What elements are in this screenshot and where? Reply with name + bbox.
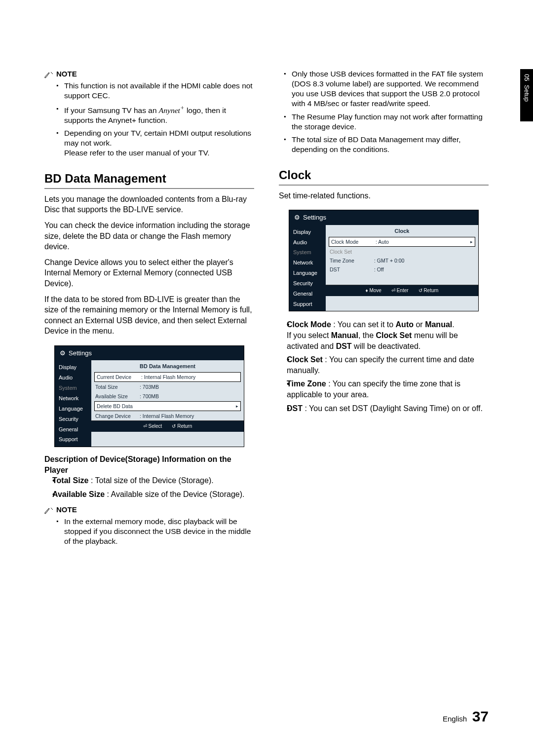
footer-language: English [443,715,467,723]
clock-intro: Set time-related functions. [279,190,489,201]
chevron-right-icon: ▸ [470,239,473,245]
note-item: Only those USB devices formatted in the … [292,69,489,109]
page-footer: English 37 [443,707,489,727]
clock-bullet: Time Zone : You can specify the time zon… [287,378,489,400]
right-column: Only those USB devices formatted in the … [279,69,489,549]
gear-icon: ⚙ [294,213,300,222]
bd-p2: You can check the device information inc… [44,220,254,252]
note-item: Depending on your TV, certain HDMI outpu… [64,128,254,158]
note-label: NOTE [56,505,77,515]
left-column: NOTE This function is not available if t… [44,69,254,549]
right-top-list: Only those USB devices formatted in the … [279,69,489,154]
anynet-logo: Anynet+ [159,106,185,114]
bd-heading: BD Data Management [44,171,254,187]
chapter-name: Setup [522,85,531,102]
note-label: NOTE [56,69,77,79]
desc-list: Total Size : Total size of the Device (S… [44,475,254,499]
sb-sidebar: Display Audio System Network Language Se… [289,225,326,311]
chevron-right-icon: ▸ [236,403,238,409]
sb-sidebar: Display Audio System Network Language Se… [55,360,91,447]
note-icon [44,506,53,513]
clock-bullet: Clock Mode : You can set it to Auto or M… [287,319,489,351]
desc-item: Total Size : Total size of the Device (S… [52,475,254,486]
clock-bullets: Clock Mode : You can set it to Auto or M… [279,319,489,414]
clock-settings-screenshot: ⚙ Settings Display Audio System Network … [289,210,479,311]
note-item: This function is not available if the HD… [64,81,254,101]
note-item: The total size of BD Data Management may… [292,135,489,154]
note-list-2: In the external memory mode, disc playba… [44,517,254,546]
bd-p3: Change Device allows you to select eithe… [44,257,254,289]
note-item: In the external memory mode, disc playba… [64,517,254,546]
bd-p4: If the data to be stored from BD-LIVE is… [44,294,254,337]
sb-title: Settings [303,213,326,222]
note-item: The Resume Play function may not work af… [292,112,489,132]
bd-p1: Lets you manage the downloaded contents … [44,194,254,215]
desc-heading: Description of Device(Storage) Informati… [44,455,231,474]
clock-bullet: DST : You can set DST (Daylight Saving T… [287,403,489,414]
note-icon [44,71,53,77]
footer-page-number: 37 [472,708,489,724]
side-tab: 05 Setup [520,69,533,121]
note-heading: NOTE [44,69,254,79]
note-list-1: This function is not available if the HD… [44,81,254,158]
chapter-number: 05 [522,74,531,81]
note-heading-2: NOTE [44,505,254,515]
desc-item: Available Size : Available size of the D… [52,489,254,500]
note-item: If your Samsung TV has an Anynet+ logo, … [64,104,254,125]
gear-icon: ⚙ [60,349,66,358]
bd-settings-screenshot: ⚙ Settings Display Audio System Network … [54,345,244,447]
clock-heading: Clock [279,167,489,183]
sb-main-title: Clock [326,225,478,236]
sb-main-title: BD Data Management [91,360,244,372]
sb-title: Settings [69,349,92,358]
clock-bullet: Clock Set : You can specify the current … [287,354,489,376]
